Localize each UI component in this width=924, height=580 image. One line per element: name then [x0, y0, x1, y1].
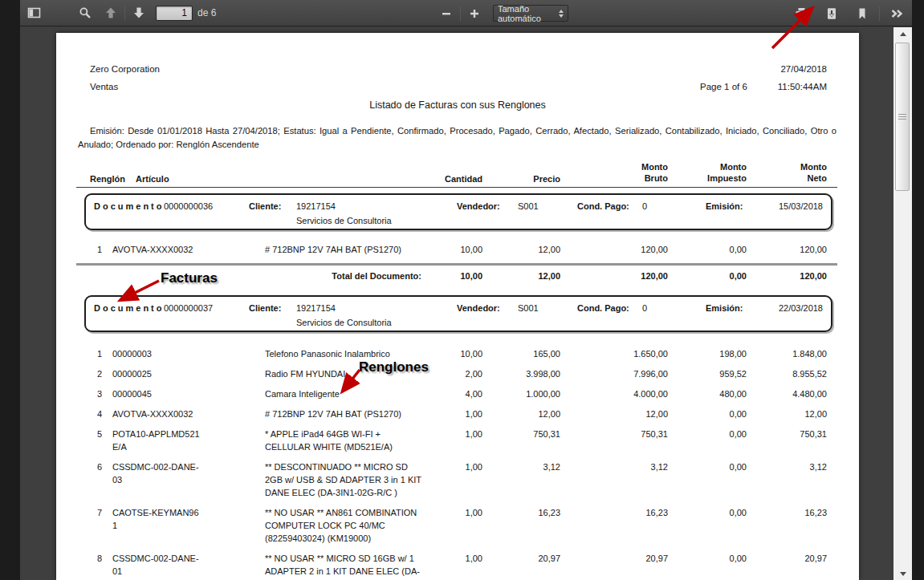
article-code: 00000025 [102, 367, 261, 380]
precio-value: 20,97 [482, 552, 560, 565]
zoom-in-button[interactable] [464, 4, 485, 23]
report-criteria: Emisión: Desde 01/01/2018 Hasta 27/04/20… [78, 124, 836, 152]
document-number: 0000000036 [164, 201, 213, 211]
row-number: 7 [72, 506, 102, 519]
scrollbar-grip-icon [898, 116, 906, 117]
total-divider [76, 263, 837, 266]
cliente-code: 19217154 [296, 201, 336, 211]
zoom-select[interactable]: Tamaño automático [493, 5, 568, 22]
emision-value: 22/03/2018 [779, 303, 823, 313]
table-row: 8CSSDMC-002-DANE-01** NO USAR ** MICRO S… [56, 552, 859, 580]
scroll-up-arrow-icon [900, 32, 906, 36]
cliente-code: 19217154 [296, 303, 336, 313]
table-header-row: Renglón Artículo Cantidad Precio MontoBr… [56, 161, 859, 187]
cantidad-value: 2,00 [425, 367, 482, 380]
row-number: 6 [72, 460, 102, 473]
article-code: AVOTVA-XXXX0032 [102, 243, 261, 256]
scrollbar-up-button[interactable] [893, 27, 912, 40]
annotation-arrow-print [763, 3, 820, 53]
monto-neto-value: 120,00 [747, 243, 827, 256]
precio-value: 12,00 [482, 243, 560, 256]
scrollbar-down-button[interactable] [893, 567, 912, 580]
emision-label: Emisión: [706, 303, 743, 313]
cond-pago-label: Cond. Pago: [577, 303, 629, 313]
total-monto-bruto: 120,00 [560, 270, 668, 282]
monto-bruto-value: 20,97 [560, 552, 668, 565]
cantidad-value: 1,00 [425, 460, 482, 473]
precio-value: 16,23 [482, 506, 560, 519]
next-page-button[interactable] [128, 3, 149, 22]
precio-value: 1.000,00 [482, 387, 560, 400]
monto-impuesto-value: 0,00 [668, 506, 747, 519]
vertical-scrollbar[interactable] [893, 27, 912, 580]
monto-bruto-value: 1.650,00 [560, 347, 668, 360]
document-rows: 1AVOTVA-XXXX0032# 712BNP 12V 7AH BAT (PS… [56, 243, 859, 256]
plus-icon [468, 7, 481, 20]
document-number: 0000000037 [164, 303, 213, 313]
cantidad-value: 1,00 [425, 506, 482, 519]
article-code: CSSDMC-002-DANE-01 [102, 552, 261, 578]
article-code: CAOTSE-KEYMAN961 [102, 506, 261, 532]
module-name: Ventas [90, 78, 118, 95]
table-row: 6CSSDMC-002-DANE-03** DESCONTINUADO ** M… [56, 460, 859, 499]
monto-impuesto-value: 0,00 [668, 243, 747, 256]
row-number: 2 [72, 367, 102, 380]
monto-neto-value: 1.848,00 [747, 347, 827, 360]
report-time: 11:50:44AM [778, 78, 827, 95]
monto-bruto-value: 120,00 [560, 243, 668, 256]
table-row: 200000025Radio FM HYUNDAI2,003.998,007.9… [56, 367, 859, 380]
toolbar-separator [879, 6, 880, 21]
monto-neto-value: 3,12 [747, 460, 827, 473]
bookmark-button[interactable] [852, 4, 873, 23]
monto-impuesto-value: 198,00 [668, 347, 747, 360]
sidebar-toggle-button[interactable] [23, 3, 44, 22]
document-rows: 100000003Telefono Panasonic Inalambrico1… [56, 347, 859, 580]
article-code: AVOTVA-XXXX0032 [102, 408, 261, 420]
find-button[interactable] [75, 3, 96, 22]
cantidad-value: 1,00 [425, 428, 482, 440]
page-count-label: de 6 [197, 7, 216, 18]
monto-impuesto-value: 0,00 [668, 460, 747, 473]
monto-bruto-value: 16,23 [560, 506, 668, 519]
vendedor-value: S001 [518, 303, 539, 313]
monto-bruto-value: 12,00 [560, 408, 668, 420]
report-title: Listado de Facturas con sus Renglones [56, 99, 859, 111]
cond-pago-label: Cond. Pago: [577, 201, 629, 211]
sidebar-icon [27, 6, 41, 19]
page-number-input[interactable] [156, 6, 193, 21]
cantidad-value: 4,00 [425, 387, 482, 400]
total-monto-impuesto: 0,00 [668, 270, 747, 282]
download-button[interactable] [821, 4, 842, 23]
table-row: 100000003Telefono Panasonic Inalambrico1… [56, 347, 859, 360]
monto-bruto-value: 3,12 [560, 460, 668, 473]
zoom-out-button[interactable] [436, 4, 457, 23]
minus-icon [440, 7, 453, 20]
monto-bruto-value: 4.000,00 [560, 387, 668, 400]
bookmark-icon [856, 7, 869, 20]
total-cantidad: 10,00 [425, 270, 482, 282]
scrollbar-thumb[interactable] [895, 43, 910, 191]
header-divider [76, 187, 837, 188]
previous-page-button[interactable] [100, 3, 121, 22]
arrow-down-icon [132, 6, 145, 19]
toolbar-more-button[interactable] [886, 4, 907, 23]
monto-neto-value: 8.955,52 [747, 367, 827, 380]
article-code: POTA10-APPLMD521E/A [102, 428, 261, 453]
precio-value: 165,00 [482, 347, 560, 360]
toolbar-separator [460, 6, 461, 21]
monto-impuesto-value: 0,00 [668, 428, 747, 440]
annotation-renglones-label: Renglones [359, 359, 429, 375]
article-description: ** DESCONTINUADO ** MICRO SD 2GB w/ USB … [261, 460, 425, 499]
article-code: 00000045 [102, 387, 261, 400]
toolbar-separator [124, 6, 125, 20]
monto-neto-value: 750,31 [747, 428, 827, 440]
column-header-precio: Precio [482, 174, 560, 184]
cantidad-value: 10,00 [425, 347, 482, 360]
cantidad-value: 1,00 [425, 552, 482, 565]
zoom-select-value: Tamaño automático [498, 4, 559, 23]
table-row: 300000045Camara Inteligente4,001.000,004… [56, 387, 859, 400]
company-name: Zero Corporation [90, 60, 160, 78]
annotation-arrow-facturas [111, 275, 167, 307]
arrow-up-icon [104, 6, 117, 19]
monto-impuesto-value: 959,52 [668, 367, 747, 380]
